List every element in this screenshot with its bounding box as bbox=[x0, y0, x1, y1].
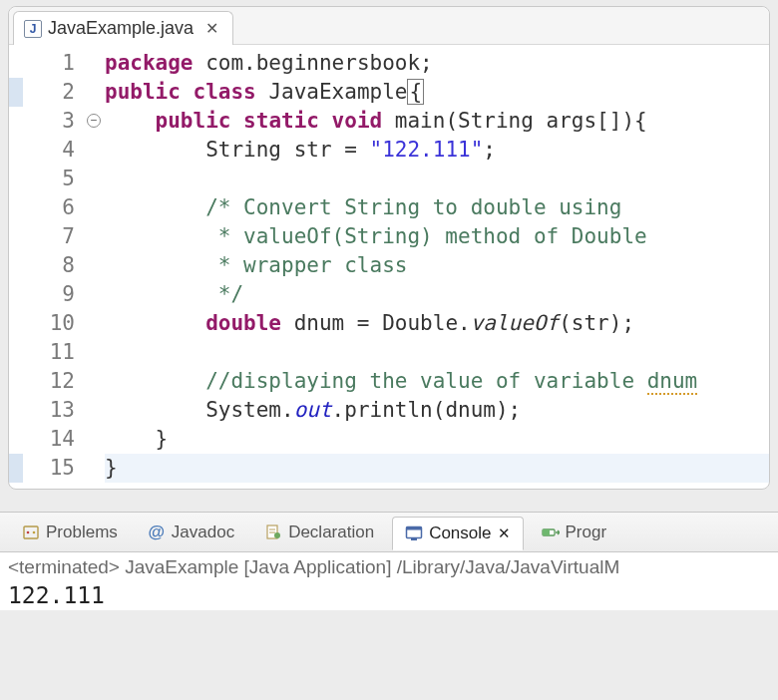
code-line[interactable]: double dnum = Double.valueOf(str); bbox=[105, 309, 769, 338]
close-icon[interactable]: ✕ bbox=[498, 525, 511, 542]
tab-label: Javadoc bbox=[172, 523, 234, 542]
code-line[interactable]: //displaying the value of variable dnum bbox=[105, 367, 769, 396]
code-line[interactable] bbox=[105, 338, 769, 367]
line-number: 6 bbox=[23, 193, 85, 222]
line-number: 9 bbox=[23, 280, 85, 309]
view-tab-bar: Problems @ Javadoc Declaration Console ✕… bbox=[0, 513, 778, 552]
progress-icon bbox=[542, 524, 560, 541]
editor-tab-bar: J JavaExample.java ✕ bbox=[9, 7, 769, 45]
code-editor[interactable]: 1 2 3 4 5 6 7 8 9 10 11 12 13 14 15 − bbox=[9, 45, 769, 483]
console-status-line: <terminated> JavaExample [Java Applicati… bbox=[0, 552, 778, 580]
code-line[interactable]: package com.beginnersbook; bbox=[105, 49, 769, 78]
tab-problems[interactable]: Problems bbox=[10, 517, 130, 548]
code-line[interactable]: */ bbox=[105, 280, 769, 309]
tab-progress[interactable]: Progr bbox=[530, 517, 619, 548]
fold-gutter: − bbox=[85, 49, 105, 483]
console-output: 122.111 bbox=[0, 580, 778, 610]
close-icon[interactable]: ✕ bbox=[205, 19, 218, 38]
code-line[interactable]: * valueOf(String) method of Double bbox=[105, 222, 769, 251]
code-line[interactable]: * wrapper class bbox=[105, 251, 769, 280]
svg-point-1 bbox=[27, 530, 30, 533]
console-icon bbox=[405, 525, 423, 542]
tab-label: Console bbox=[429, 524, 491, 543]
code-line[interactable]: String str = "122.111"; bbox=[105, 136, 769, 165]
svg-point-2 bbox=[33, 530, 36, 533]
bottom-panel: Problems @ Javadoc Declaration Console ✕… bbox=[0, 512, 778, 610]
tab-console[interactable]: Console ✕ bbox=[392, 517, 523, 550]
line-number: 4 bbox=[23, 136, 85, 165]
code-line[interactable]: } bbox=[105, 425, 769, 454]
code-line[interactable]: } bbox=[105, 454, 769, 483]
svg-rect-7 bbox=[411, 538, 417, 540]
declaration-icon bbox=[264, 524, 282, 541]
line-number: 1 bbox=[23, 49, 85, 78]
problems-icon bbox=[22, 524, 40, 541]
line-number: 8 bbox=[23, 251, 85, 280]
tab-javadoc[interactable]: @ Javadoc bbox=[136, 517, 246, 548]
line-number: 7 bbox=[23, 222, 85, 251]
line-number-gutter: 1 2 3 4 5 6 7 8 9 10 11 12 13 14 15 bbox=[23, 49, 85, 483]
line-number: 15 bbox=[23, 454, 85, 483]
javadoc-icon: @ bbox=[148, 524, 166, 541]
tab-label: Declaration bbox=[288, 523, 374, 542]
tab-label: Progr bbox=[566, 523, 607, 542]
editor-tab-javaexample[interactable]: J JavaExample.java ✕ bbox=[13, 11, 233, 45]
code-line[interactable]: /* Convert String to double using bbox=[105, 193, 769, 222]
line-number: 14 bbox=[23, 425, 85, 454]
line-number: 10 bbox=[23, 309, 85, 338]
line-number: 2 bbox=[23, 78, 85, 107]
code-line[interactable]: System.out.println(dnum); bbox=[105, 396, 769, 425]
svg-point-4 bbox=[274, 532, 280, 538]
code-line[interactable]: public class JavaExample{ bbox=[105, 78, 769, 107]
java-file-icon: J bbox=[24, 20, 42, 38]
tab-declaration[interactable]: Declaration bbox=[252, 517, 386, 548]
annotation-ruler bbox=[9, 49, 23, 483]
code-content[interactable]: package com.beginnersbook; public class … bbox=[105, 49, 769, 483]
code-line[interactable] bbox=[105, 165, 769, 193]
editor-panel: J JavaExample.java ✕ 1 2 3 4 5 6 7 8 9 1… bbox=[8, 6, 770, 490]
fold-toggle-icon[interactable]: − bbox=[87, 114, 101, 128]
editor-tab-title: JavaExample.java bbox=[48, 18, 194, 39]
svg-rect-9 bbox=[543, 529, 550, 535]
line-number: 13 bbox=[23, 396, 85, 425]
svg-rect-0 bbox=[24, 526, 38, 538]
tab-label: Problems bbox=[46, 523, 118, 542]
line-number: 11 bbox=[23, 338, 85, 367]
line-number: 5 bbox=[23, 165, 85, 193]
code-line[interactable]: public static void main(String args[]){ bbox=[105, 107, 769, 136]
svg-rect-6 bbox=[407, 526, 422, 529]
line-number: 12 bbox=[23, 367, 85, 396]
line-number: 3 bbox=[23, 107, 85, 136]
